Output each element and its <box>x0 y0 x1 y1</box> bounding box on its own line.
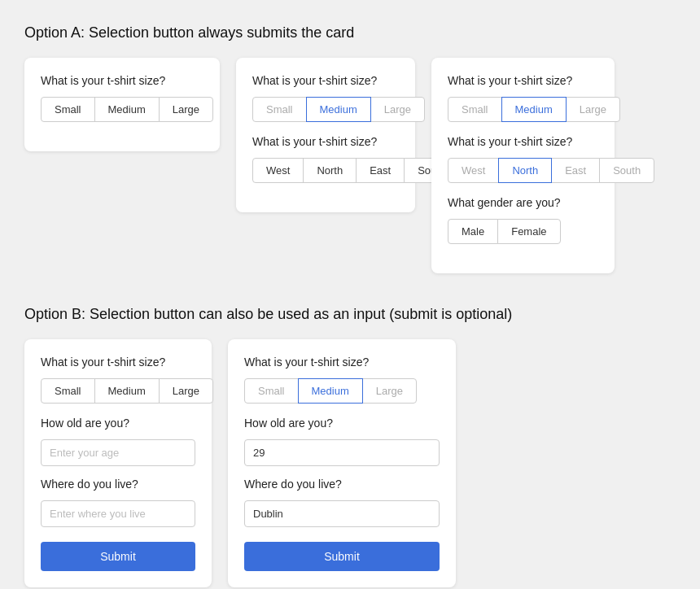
card-a3-btn-large[interactable]: Large <box>566 97 620 122</box>
card-a3-btn-south[interactable]: South <box>599 158 654 183</box>
section-b-title: Option B: Selection button can also be u… <box>24 306 676 323</box>
section-b-cards: What is your t-shirt size? Small Medium … <box>24 339 676 587</box>
card-a2-question1: What is your t-shirt size? <box>252 74 399 87</box>
card-b1-btn-small[interactable]: Small <box>41 378 95 404</box>
card-a3-btn-medium[interactable]: Medium <box>501 97 567 122</box>
card-b1-question2: How old are you? <box>41 417 195 430</box>
card-a2-btn-small[interactable]: Small <box>252 97 307 122</box>
card-a2: What is your t-shirt size? Small Medium … <box>236 58 415 212</box>
card-a1-question: What is your t-shirt size? <box>41 74 203 87</box>
card-a3-btn-female[interactable]: Female <box>497 219 560 244</box>
card-a2-question2: What is your t-shirt size? <box>252 135 399 148</box>
card-a2-btn-large[interactable]: Large <box>370 97 425 122</box>
card-a2-btn-medium[interactable]: Medium <box>306 97 371 122</box>
card-a3-btn-male[interactable]: Male <box>448 219 498 244</box>
card-a3: What is your t-shirt size? Small Medium … <box>431 58 615 273</box>
card-b2-question1: What is your t-shirt size? <box>244 356 440 369</box>
card-a3-btn-group1: Small Medium Large <box>448 97 598 122</box>
card-a1-btn-group: Small Medium Large <box>41 97 203 122</box>
card-b1-submit-button[interactable]: Submit <box>41 542 195 571</box>
section-a-title: Option A: Selection button always submit… <box>24 24 676 41</box>
card-a3-question2: What is your t-shirt size? <box>448 135 598 148</box>
card-a3-question3: What gender are you? <box>448 196 598 209</box>
card-b1-question1: What is your t-shirt size? <box>41 356 195 369</box>
card-b2-btn-medium[interactable]: Medium <box>298 378 363 404</box>
card-b1-question3: Where do you live? <box>41 478 195 491</box>
card-a3-btn-small[interactable]: Small <box>448 97 502 122</box>
card-a2-btn-north[interactable]: North <box>303 158 357 183</box>
card-a3-btn-group2: West North East South <box>448 158 598 183</box>
card-b2-question2: How old are you? <box>244 417 440 430</box>
card-a1-btn-large[interactable]: Large <box>159 97 213 122</box>
card-b1-age-input[interactable] <box>41 439 195 466</box>
card-b2-location-input[interactable] <box>244 500 440 527</box>
section-a-cards: What is your t-shirt size? Small Medium … <box>24 58 676 273</box>
card-b2-btn-group1: Small Medium Large <box>244 378 440 404</box>
card-b2-question3: Where do you live? <box>244 478 440 491</box>
card-a3-btn-east[interactable]: East <box>551 158 600 183</box>
card-a2-btn-east[interactable]: East <box>356 158 405 183</box>
card-b1-btn-large[interactable]: Large <box>159 378 213 404</box>
section-b: Option B: Selection button can also be u… <box>24 306 676 587</box>
card-b1-location-input[interactable] <box>41 500 195 527</box>
card-a2-btn-west[interactable]: West <box>252 158 304 183</box>
card-a2-btn-group2: West North East South <box>252 158 399 183</box>
card-a3-btn-group3: Male Female <box>448 219 598 244</box>
card-b2-submit-button[interactable]: Submit <box>244 542 440 571</box>
card-a1-btn-small[interactable]: Small <box>41 97 95 122</box>
card-b1-btn-medium[interactable]: Medium <box>94 378 160 404</box>
card-b1: What is your t-shirt size? Small Medium … <box>24 339 212 587</box>
section-a: Option A: Selection button always submit… <box>24 24 676 273</box>
card-b1-btn-group1: Small Medium Large <box>41 378 195 404</box>
card-b2-btn-large[interactable]: Large <box>362 378 417 404</box>
card-a3-btn-west[interactable]: West <box>448 158 499 183</box>
card-a1: What is your t-shirt size? Small Medium … <box>24 58 220 151</box>
card-a3-btn-north[interactable]: North <box>498 158 552 183</box>
card-a2-btn-group1: Small Medium Large <box>252 97 399 122</box>
card-a1-btn-medium[interactable]: Medium <box>94 97 160 122</box>
card-b2-btn-small[interactable]: Small <box>244 378 299 404</box>
card-b2: What is your t-shirt size? Small Medium … <box>228 339 456 587</box>
card-a3-question1: What is your t-shirt size? <box>448 74 598 87</box>
card-b2-age-input[interactable] <box>244 439 440 466</box>
